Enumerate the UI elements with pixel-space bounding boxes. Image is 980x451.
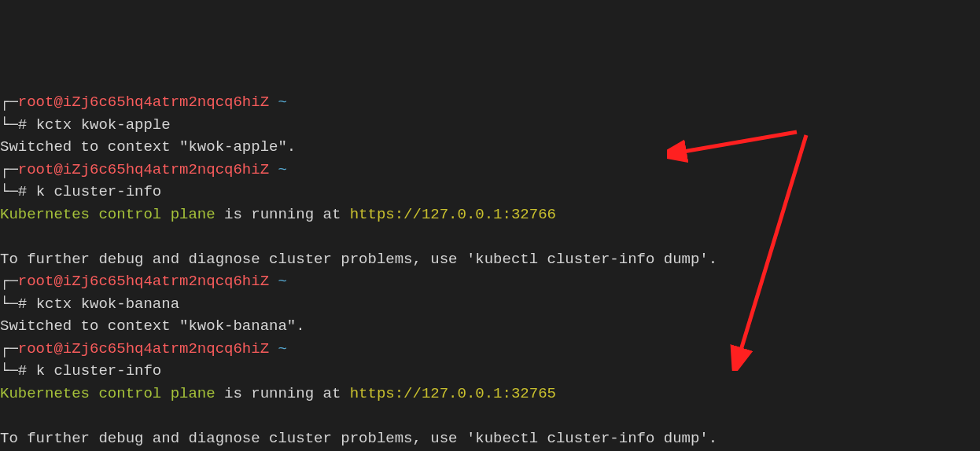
control-plane-url: https://127.0.0.1:32765 <box>350 385 556 402</box>
command-line[interactable]: k cluster-info <box>36 183 162 200</box>
prompt-user-host: root@iZj6c65hq4atrm2nqcq6hiZ <box>18 161 269 178</box>
prompt-tilde: ~ <box>278 340 286 358</box>
prompt-user-host: root@iZj6c65hq4atrm2nqcq6hiZ <box>18 94 269 111</box>
prompt-bracket-top: ┌─root@iZj6c65hq4atrm2nqcq6hiZ ~ <box>0 340 287 358</box>
prompt-bracket-bottom: └─ <box>0 183 18 200</box>
prompt-user-host: root@iZj6c65hq4atrm2nqcq6hiZ <box>18 273 269 290</box>
prompt-user-host: root@iZj6c65hq4atrm2nqcq6hiZ <box>18 340 269 358</box>
debug-line: To further debug and diagnose cluster pr… <box>0 430 717 447</box>
prompt-tilde: ~ <box>278 273 286 290</box>
control-plane-label: Kubernetes control plane <box>0 206 216 223</box>
running-at-text: is running at <box>216 385 350 402</box>
prompt-bracket-bottom: └─ <box>0 116 18 134</box>
prompt-bracket-top: ┌─root@iZj6c65hq4atrm2nqcq6hiZ ~ <box>0 161 287 178</box>
command-line[interactable]: kctx kwok-apple <box>36 116 171 134</box>
prompt-bracket-bottom: └─ <box>0 295 18 313</box>
prompt-hash: # <box>18 183 36 200</box>
prompt-bracket-bottom: └─ <box>0 362 18 380</box>
running-at-text: is running at <box>216 206 350 223</box>
command-line[interactable]: kctx kwok-banana <box>36 295 179 313</box>
prompt-bracket-top: ┌─root@iZj6c65hq4atrm2nqcq6hiZ ~ <box>0 273 287 290</box>
output-line: Switched to context "kwok-apple". <box>0 138 296 156</box>
prompt-tilde: ~ <box>278 94 286 111</box>
terminal-output: ┌─root@iZj6c65hq4atrm2nqcq6hiZ ~ └─# kct… <box>0 90 980 451</box>
command-line[interactable]: k cluster-info <box>36 362 162 380</box>
control-plane-url: https://127.0.0.1:32766 <box>350 206 556 223</box>
prompt-hash: # <box>18 116 36 134</box>
prompt-tilde: ~ <box>278 161 286 178</box>
control-plane-label: Kubernetes control plane <box>0 385 216 402</box>
output-line: Switched to context "kwok-banana". <box>0 317 305 335</box>
debug-line: To further debug and diagnose cluster pr… <box>0 251 717 268</box>
prompt-hash: # <box>18 362 36 380</box>
prompt-bracket-top: ┌─root@iZj6c65hq4atrm2nqcq6hiZ ~ <box>0 94 287 111</box>
prompt-hash: # <box>18 295 36 313</box>
